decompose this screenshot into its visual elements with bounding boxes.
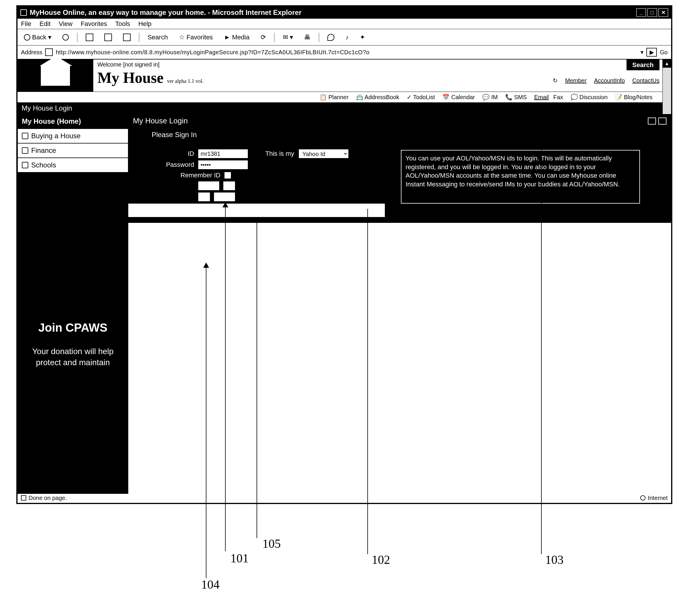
- id-input[interactable]: [198, 149, 248, 158]
- site-title: My House: [97, 69, 164, 86]
- minimize-button[interactable]: _: [636, 8, 646, 17]
- menu-view[interactable]: View: [58, 20, 72, 28]
- link-fax[interactable]: Fax: [553, 94, 563, 100]
- tool-links-bar: 📋 Planner 📇 AddressBook ✓ TodoList 📅 Cal…: [17, 91, 671, 103]
- menu-edit[interactable]: Edit: [39, 20, 50, 28]
- back-button[interactable]: Back ▾: [21, 33, 54, 42]
- page-content: ▲ ▼ Welcome [not signed in] My House ver…: [17, 60, 671, 492]
- schools-icon: [22, 162, 28, 168]
- address-dropdown[interactable]: ▾: [641, 49, 644, 56]
- search-chip[interactable]: Search: [626, 60, 659, 70]
- link-discussion[interactable]: Discussion: [579, 94, 608, 100]
- panel-min-icon[interactable]: [648, 118, 656, 125]
- sidebar-ad[interactable]: Join CPAWS Your donation will help prote…: [17, 312, 128, 377]
- status-zone: Internet: [648, 495, 668, 502]
- link-email[interactable]: Email: [534, 94, 549, 100]
- login-button-3[interactable]: [198, 193, 210, 201]
- site-version: ver alpha 1.1 vol.: [167, 78, 204, 84]
- finance-icon: [22, 147, 28, 154]
- main-panel: My House Login Please Sign In ID: [128, 114, 671, 494]
- provider-select[interactable]: Yahoo Id: [299, 149, 348, 158]
- print-button[interactable]: 🖶: [301, 33, 314, 42]
- login-button-2[interactable]: [223, 182, 235, 190]
- sidebar: My House (Home) Buying a House Finance S…: [17, 114, 128, 494]
- callout-104: 104: [201, 578, 219, 592]
- window-title: MyHouse Online, an easy way to manage yo…: [30, 8, 635, 16]
- home-icon: [123, 34, 131, 41]
- nav-buying[interactable]: Buying a House: [17, 129, 128, 143]
- password-label: Password: [152, 161, 198, 169]
- window-titlebar: MyHouse Online, an easy way to manage yo…: [17, 6, 671, 19]
- link-im[interactable]: IM: [491, 94, 498, 100]
- link-planner[interactable]: Planner: [328, 94, 348, 100]
- breadcrumb-bar: My House Login: [17, 103, 671, 114]
- extra1-button[interactable]: ♪: [342, 33, 352, 42]
- house-icon: [41, 65, 70, 86]
- callout-105: 105: [262, 537, 281, 551]
- forward-button[interactable]: [59, 33, 72, 41]
- history-button[interactable]: ⟳: [258, 33, 269, 42]
- callout-102: 102: [372, 553, 390, 567]
- menu-help[interactable]: Help: [138, 20, 152, 28]
- menu-file[interactable]: File: [21, 20, 31, 28]
- address-url[interactable]: http://www.myhouse-online.com/8.8.myHous…: [56, 49, 637, 56]
- link-accountinfo[interactable]: AccountInfo: [594, 77, 625, 84]
- welcome-text: Welcome [not signed in]: [97, 61, 667, 68]
- login-form: Please Sign In ID This is my Yahoo Id: [128, 128, 671, 223]
- login-button-4[interactable]: [214, 193, 235, 201]
- refresh-button[interactable]: [101, 33, 115, 42]
- address-label: Address: [21, 49, 42, 56]
- login-panel-header: My House Login: [128, 114, 671, 128]
- go-button[interactable]: ▶: [646, 48, 657, 56]
- link-contactus[interactable]: ContactUs: [632, 77, 659, 84]
- page-icon: [45, 48, 53, 56]
- nav-schools[interactable]: Schools: [17, 158, 128, 172]
- login-info-box: You can use your AOL/Yahoo/MSN ids to lo…: [401, 150, 640, 204]
- globe-icon: [640, 495, 646, 501]
- link-addressbook[interactable]: AddressBook: [364, 94, 399, 100]
- close-button[interactable]: ✕: [658, 8, 668, 17]
- stop-icon: [86, 34, 93, 41]
- menu-favorites[interactable]: Favorites: [81, 20, 107, 28]
- ie-icon: [20, 9, 27, 16]
- stop-button[interactable]: [83, 33, 96, 42]
- favorites-button[interactable]: ☆ Favorites: [176, 33, 216, 42]
- refresh-icon: [105, 34, 112, 41]
- callout-103: 103: [545, 553, 564, 567]
- media-button[interactable]: ► Media: [221, 33, 252, 42]
- id-label: ID: [152, 150, 198, 158]
- status-page-icon: [21, 495, 26, 501]
- maximize-button[interactable]: □: [647, 8, 657, 17]
- signin-heading: Please Sign In: [128, 128, 671, 144]
- account-links: ↻ Member AccountInfo ContactUs: [553, 77, 659, 84]
- panel-close-icon[interactable]: [658, 118, 666, 125]
- link-calendar[interactable]: Calendar: [451, 94, 475, 100]
- menu-bar: File Edit View Favorites Tools Help: [17, 19, 671, 29]
- status-left: Done on page.: [29, 495, 67, 502]
- status-bar: Done on page. Internet: [17, 492, 671, 503]
- link-sms[interactable]: SMS: [514, 94, 527, 100]
- question-icon: [22, 133, 28, 139]
- extra2-button[interactable]: ✦: [357, 33, 368, 42]
- site-logo[interactable]: [17, 60, 93, 91]
- search-button[interactable]: Search: [145, 33, 171, 42]
- menu-tools[interactable]: Tools: [115, 20, 130, 28]
- login-bottom-strip: [128, 204, 385, 217]
- link-blog[interactable]: Blog/Notes: [624, 94, 653, 100]
- login-panel-title: My House Login: [133, 116, 188, 125]
- link-todolist[interactable]: TodoList: [413, 94, 435, 100]
- login-button-1[interactable]: [198, 182, 219, 190]
- nav-finance[interactable]: Finance: [17, 143, 128, 158]
- remember-checkbox[interactable]: [224, 172, 231, 179]
- password-input[interactable]: [198, 160, 248, 169]
- mail-button[interactable]: ✉ ▾: [280, 33, 296, 42]
- remember-label: Remember ID: [152, 171, 224, 179]
- home-button[interactable]: [120, 33, 133, 42]
- messenger-button[interactable]: [325, 33, 337, 42]
- ad-body: Your donation will help protect and main…: [23, 346, 122, 368]
- nav-home[interactable]: My House (Home): [17, 114, 128, 129]
- provider-label: This is my: [265, 150, 294, 158]
- go-label: Go: [660, 49, 668, 56]
- link-member[interactable]: Member: [565, 77, 587, 84]
- toolbar: Back ▾ Search ☆ Favorites ► Media ⟳ ✉ ▾ …: [17, 29, 671, 45]
